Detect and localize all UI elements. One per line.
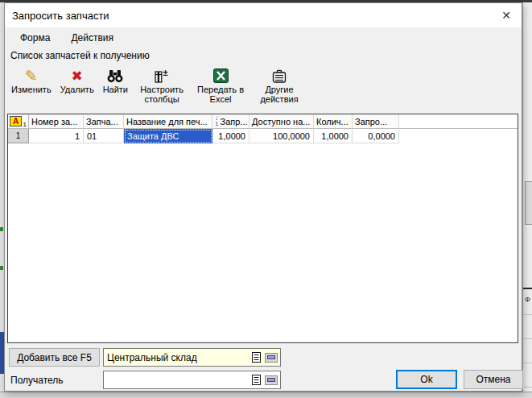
background-clipped-text: Ф: [525, 296, 530, 304]
menu-item-actions[interactable]: Действия: [60, 29, 124, 47]
column-header-request[interactable]: Запро...: [353, 114, 399, 129]
cell-print-name-selected[interactable]: Защита ДВС: [124, 129, 212, 143]
table-header-row: A 1 Номер за... Запча... Название для пе…: [8, 114, 518, 129]
edit-label: Изменить: [11, 85, 52, 94]
choose-list-icon[interactable]: [252, 352, 261, 363]
corner-a-icon: A: [10, 116, 22, 126]
cell-available[interactable]: 100,0000: [250, 129, 314, 143]
table-row: 1 1 01 Защита ДВС 1,0000 100,0000 1,0000…: [8, 129, 518, 143]
toolbar: ✎ Изменить ✖ Удалить Найти: [5, 64, 522, 108]
edit-button[interactable]: ✎ Изменить: [8, 66, 55, 95]
column-header-number[interactable]: Номер за...: [29, 114, 84, 129]
menu-item-form[interactable]: Форма: [10, 29, 60, 47]
choose-list-icon[interactable]: [252, 375, 261, 385]
column-header-requested[interactable]: ↓ 1 Запр...: [212, 114, 250, 129]
svg-text:±: ±: [163, 68, 168, 77]
header-filler: [399, 114, 518, 129]
field-buttons: [252, 375, 280, 385]
delete-label: Удалить: [60, 85, 94, 94]
export-excel-button[interactable]: Передать в Excel: [192, 66, 249, 105]
column-header-requested-label: Запр...: [221, 117, 248, 126]
corner-index: 1: [23, 121, 27, 128]
source-warehouse-value: Центральный склад: [104, 352, 252, 363]
binoculars-icon: [106, 67, 124, 85]
background-green-fragment: [0, 266, 3, 270]
row-header[interactable]: 1: [8, 129, 29, 143]
configure-columns-button[interactable]: ± Настроить столбцы: [134, 66, 190, 105]
section-label: Список запчастей к получению: [5, 48, 522, 64]
window-title: Запросить запчасти: [5, 10, 109, 22]
export-excel-label: Передать в Excel: [196, 85, 245, 104]
column-header-part[interactable]: Запча...: [84, 114, 124, 129]
background-bottom-strip: [0, 392, 532, 398]
source-warehouse-field[interactable]: Центральный склад: [103, 348, 281, 367]
field-buttons: [252, 352, 280, 363]
close-icon: ✕: [501, 9, 511, 22]
background-line: [523, 338, 532, 339]
parts-table: A 1 Номер за... Запча... Название для пе…: [7, 114, 518, 343]
pencil-icon: ✎: [25, 67, 38, 85]
other-actions-button[interactable]: Другие действия: [251, 66, 307, 105]
column-header-print-name[interactable]: Название для печ...: [124, 114, 212, 129]
request-parts-dialog: Запросить запчасти ✕ Форма Действия Спис…: [4, 2, 522, 392]
delete-icon: ✖: [72, 67, 83, 85]
column-header-quantity[interactable]: Колич...: [314, 114, 353, 129]
add-all-button[interactable]: Добавить все F5: [9, 348, 100, 367]
open-form-icon[interactable]: [265, 375, 278, 385]
background-line: [523, 314, 532, 315]
briefcase-icon: [271, 67, 287, 85]
cell-part[interactable]: 01: [84, 129, 124, 143]
delete-button[interactable]: ✖ Удалить: [57, 66, 97, 95]
sort-order: 1: [215, 121, 218, 127]
background-green-fragment: [0, 227, 3, 231]
recipient-label: Получатель: [10, 375, 64, 386]
background-line: [523, 363, 532, 363]
excel-icon: [213, 67, 229, 85]
recipient-field[interactable]: [103, 371, 281, 389]
titlebar: Запросить запчасти ✕: [5, 3, 522, 27]
table-corner-cell[interactable]: A 1: [8, 114, 29, 129]
open-form-icon[interactable]: [265, 353, 278, 363]
background-right-strip: Ф: [522, 2, 532, 398]
cell-request[interactable]: 0,0000: [353, 129, 399, 143]
find-button[interactable]: Найти: [100, 66, 131, 95]
ok-button[interactable]: Ok: [396, 370, 457, 389]
cell-requested[interactable]: 1,0000: [212, 129, 250, 143]
sort-indicator: ↓ 1: [215, 115, 219, 127]
background-line: [523, 387, 532, 388]
other-actions-label: Другие действия: [254, 85, 304, 104]
cell-quantity[interactable]: 1,0000: [314, 129, 353, 143]
find-label: Найти: [103, 85, 128, 94]
cancel-button[interactable]: Отмена: [464, 370, 523, 389]
column-header-available[interactable]: Доступно на...: [250, 114, 314, 129]
columns-icon: ±: [154, 67, 170, 85]
menubar: Форма Действия: [5, 27, 522, 48]
configure-columns-label: Настроить столбцы: [137, 85, 187, 104]
background-button-fragment: [525, 181, 532, 225]
background-divider-fragment: [523, 288, 532, 289]
close-button[interactable]: ✕: [491, 3, 522, 27]
cell-number[interactable]: 1: [29, 129, 84, 143]
